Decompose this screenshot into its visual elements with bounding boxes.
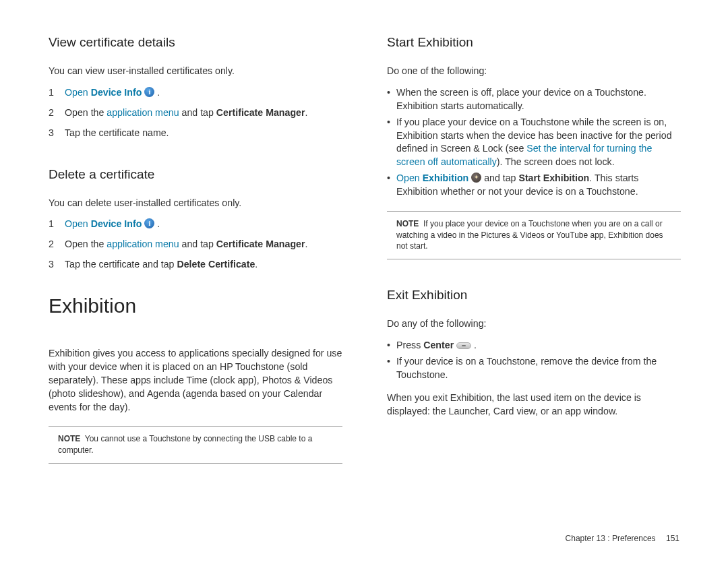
link-text: application menu: [107, 107, 179, 118]
left-column: View certificate details You can view us…: [49, 35, 342, 469]
bullet-body: Open Exhibition and tap Start Exhibition…: [396, 172, 681, 199]
step-body: Tap the certificate and tap Delete Certi…: [65, 258, 342, 272]
link-text: application menu: [107, 239, 179, 249]
heading-view-cert: View certificate details: [49, 35, 342, 50]
note-body: If you place your device on a Touchstone…: [396, 219, 663, 251]
note-text: NOTE If you place your device on a Touch…: [396, 218, 674, 252]
bullet-post: ). The screen does not lock.: [497, 156, 615, 167]
bullet-marker: •: [387, 116, 396, 170]
right-column: Start Exhibition Do one of the following…: [387, 35, 681, 469]
bullet-item: • If your device is on a Touchstone, rem…: [387, 355, 681, 382]
page-number: 151: [666, 534, 679, 543]
step-number: 2: [49, 106, 65, 120]
step-body: Tap the certificate name.: [65, 127, 342, 140]
link-bold: Device Info: [91, 218, 142, 229]
steps-list: 1 Open Device Info . 2 Open the applicat…: [49, 86, 342, 140]
note-text: NOTE You cannot use a Touchstone by conn…: [58, 433, 336, 456]
link-text: Open: [396, 173, 423, 183]
steps-list: 1 Open Device Info . 2 Open the applicat…: [49, 218, 342, 272]
bullet-marker: •: [387, 355, 396, 382]
step-tail: .: [255, 259, 257, 270]
link-bold: Exhibition: [423, 173, 469, 183]
heading-exhibition: Exhibition: [49, 294, 342, 317]
step-item: 2 Open the application menu and tap Cert…: [49, 106, 342, 120]
link-bold: Device Info: [91, 87, 142, 98]
heading-exit-exhibition: Exit Exhibition: [387, 288, 681, 303]
bold-text: Delete Certificate: [177, 259, 255, 270]
step-mid: and tap: [179, 239, 216, 249]
bullet-body: When the screen is off, place your devic…: [396, 86, 681, 113]
step-item: 2 Open the application menu and tap Cert…: [49, 238, 342, 251]
intro-text: Do one of the following:: [387, 65, 681, 78]
exhibition-icon: [471, 173, 481, 183]
bullet-item: • Open Exhibition and tap Start Exhibiti…: [387, 172, 681, 199]
step-tail: .: [305, 239, 308, 249]
bold-text: Start Exhibition: [518, 173, 589, 183]
bullet-marker: •: [387, 172, 396, 199]
bullet-body: Press Center .: [396, 339, 681, 352]
step-pre: Open the: [65, 107, 107, 118]
note-box: NOTE If you place your device on a Touch…: [387, 211, 681, 259]
bold-text: Certificate Manager: [216, 239, 305, 249]
intro-text: Do any of the following:: [387, 317, 681, 331]
step-pre: Tap the certificate and tap: [65, 259, 177, 270]
page-footer: Chapter 13 : Preferences 151: [566, 534, 679, 543]
bullet-item: • If you place your device on a Touchsto…: [387, 116, 681, 170]
step-item: 3 Tap the certificate name.: [49, 127, 342, 140]
page-content: View certificate details You can view us…: [0, 0, 728, 469]
intro-text: You can view user-installed certificates…: [49, 65, 342, 78]
step-item: 1 Open Device Info .: [49, 218, 342, 231]
step-body: Open Device Info .: [65, 218, 342, 231]
device-info-icon: [144, 218, 154, 228]
step-number: 2: [49, 238, 65, 251]
step-mid: and tap: [179, 107, 216, 118]
bullet-body: If your device is on a Touchstone, remov…: [396, 355, 681, 382]
step-pre: Open the: [65, 239, 107, 249]
bold-text: Center: [423, 340, 454, 350]
bullet-marker: •: [387, 86, 396, 113]
step-tail: .: [305, 107, 308, 118]
bullet-post: .: [471, 340, 477, 350]
note-label: NOTE: [396, 219, 419, 228]
step-number: 1: [49, 86, 65, 100]
outro-paragraph: When you exit Exhibition, the last used …: [387, 392, 681, 418]
step-number: 3: [49, 258, 65, 272]
bullet-list: • Press Center . • If your device is on …: [387, 339, 681, 382]
step-body: Open Device Info .: [65, 86, 342, 100]
link-text: Open: [65, 218, 91, 229]
bullet-body: If you place your device on a Touchstone…: [396, 116, 681, 170]
bullet-mid: and tap: [481, 173, 518, 183]
step-tail: .: [154, 218, 160, 229]
bullet-item: • Press Center .: [387, 339, 681, 352]
step-number: 1: [49, 218, 65, 231]
step-body: Open the application menu and tap Certif…: [65, 238, 342, 251]
bold-text: Certificate Manager: [216, 107, 305, 118]
chapter-label: Chapter 13 : Preferences: [566, 534, 656, 543]
center-button-icon: [456, 342, 471, 349]
bullet-list: • When the screen is off, place your dev…: [387, 86, 681, 199]
bullet-item: • When the screen is off, place your dev…: [387, 86, 681, 113]
heading-delete-cert: Delete a certificate: [49, 167, 342, 182]
intro-text: You can delete user-installed certificat…: [49, 197, 342, 210]
device-info-icon: [144, 87, 154, 97]
note-label: NOTE: [58, 434, 80, 443]
bullet-marker: •: [387, 339, 396, 352]
note-body: You cannot use a Touchstone by connectin…: [58, 434, 312, 455]
exhibition-paragraph: Exhibition gives you access to applicati…: [49, 347, 342, 414]
heading-start-exhibition: Start Exhibition: [387, 35, 681, 50]
note-box: NOTE You cannot use a Touchstone by conn…: [49, 426, 342, 464]
step-item: 3 Tap the certificate and tap Delete Cer…: [49, 258, 342, 272]
bullet-pre: Press: [396, 340, 423, 350]
step-item: 1 Open Device Info .: [49, 86, 342, 100]
step-body: Open the application menu and tap Certif…: [65, 106, 342, 120]
step-number: 3: [49, 127, 65, 140]
step-tail: .: [154, 87, 160, 98]
link-text: Open: [65, 87, 91, 98]
